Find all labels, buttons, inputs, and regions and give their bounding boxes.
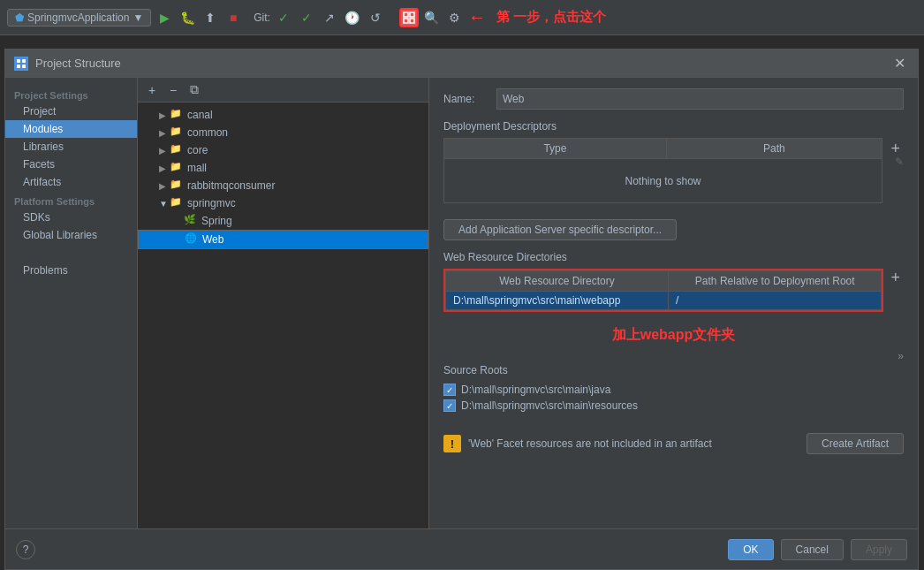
svg-rect-1	[410, 12, 414, 17]
debug-button[interactable]: 🐛	[178, 8, 197, 27]
git-history-icon[interactable]: 🕐	[343, 8, 362, 27]
svg-rect-3	[410, 19, 414, 23]
stop-button[interactable]: ■	[223, 8, 243, 27]
svg-rect-0	[404, 12, 408, 17]
git-check-icon[interactable]: ✓	[274, 8, 293, 27]
search-button[interactable]: 🔍	[422, 8, 442, 27]
git-undo-icon[interactable]: ↺	[366, 8, 385, 27]
project-structure-button[interactable]	[399, 8, 419, 27]
annotation-text: 第 一步，点击这个	[496, 9, 606, 26]
git-check2-icon[interactable]: ✓	[297, 8, 316, 27]
annotation-arrow: ←	[468, 7, 486, 27]
app-selector[interactable]: ⬟ SpringmvcApplication ▼	[7, 9, 151, 27]
app-icon: ⬟	[15, 11, 24, 24]
profile-button[interactable]: ⬆	[201, 8, 220, 27]
git-arrow-icon[interactable]: ↗	[320, 8, 339, 27]
project-structure-icon	[403, 11, 415, 24]
settings-button[interactable]: ⚙	[445, 8, 465, 27]
git-label: Git:	[254, 11, 270, 24]
svg-rect-2	[404, 19, 408, 23]
run-button[interactable]: ▶	[155, 8, 174, 27]
main-toolbar: ⬟ SpringmvcApplication ▼ ▶ 🐛 ⬆ ■ Git: ✓ …	[0, 0, 924, 35]
chevron-down-icon: ▼	[133, 11, 143, 24]
app-name: SpringmvcApplication	[27, 11, 129, 24]
